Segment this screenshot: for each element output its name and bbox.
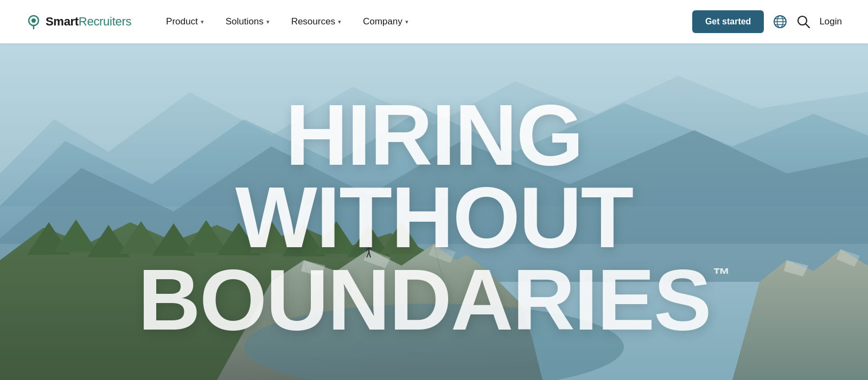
nav-item-company[interactable]: Company ▾: [354, 12, 417, 31]
nav-label-solutions: Solutions: [226, 16, 264, 27]
logo-smart: Smart: [46, 15, 79, 28]
chevron-down-icon: ▾: [266, 18, 270, 25]
logo-icon: [26, 14, 41, 29]
login-link[interactable]: Login: [819, 16, 842, 27]
get-started-button[interactable]: Get started: [692, 10, 764, 33]
logo-link[interactable]: SmartRecruiters: [26, 14, 131, 29]
globe-icon[interactable]: [773, 14, 788, 29]
navbar: SmartRecruiters Product ▾ Solutions ▾ Re…: [0, 0, 868, 43]
nav-item-product[interactable]: Product ▾: [157, 12, 213, 31]
nav-item-resources[interactable]: Resources ▾: [283, 12, 350, 31]
nav-label-company: Company: [363, 16, 403, 27]
search-icon[interactable]: [796, 15, 810, 29]
chevron-down-icon: ▾: [338, 18, 341, 25]
chevron-down-icon: ▾: [201, 18, 204, 25]
chevron-down-icon: ▾: [405, 18, 409, 25]
hero-section: HIRING WITHOUT BOUNDARIES ™: [0, 0, 868, 380]
nav-actions: Get started Login: [692, 10, 842, 33]
nav-label-resources: Resources: [291, 16, 335, 27]
nav-item-solutions[interactable]: Solutions ▾: [217, 12, 278, 31]
nav-links: Product ▾ Solutions ▾ Resources ▾ Compan…: [157, 12, 692, 31]
svg-line-45: [806, 24, 809, 28]
svg-point-38: [31, 18, 36, 23]
svg-rect-36: [0, 0, 868, 380]
logo-recruiters: Recruiters: [79, 15, 131, 28]
nav-label-product: Product: [166, 16, 198, 27]
logo-text: SmartRecruiters: [46, 15, 131, 29]
